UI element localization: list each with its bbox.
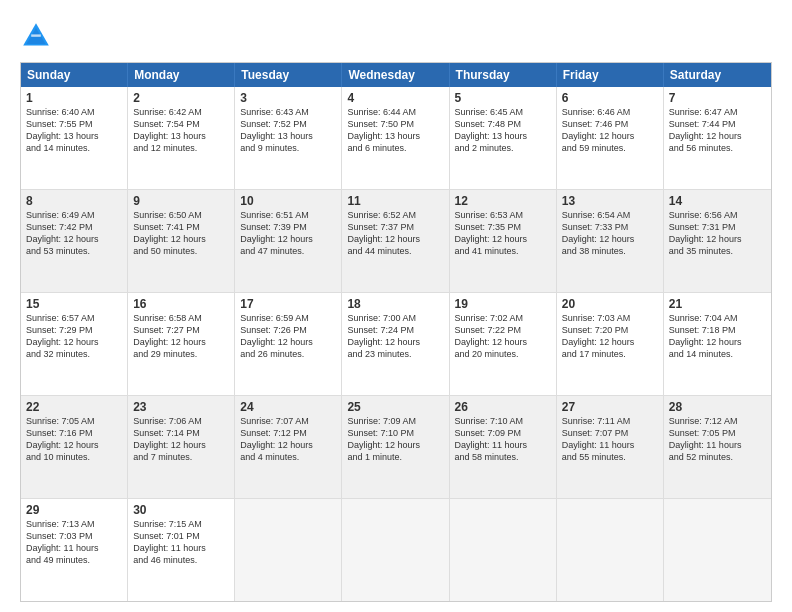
cell-details: Sunrise: 6:44 AMSunset: 7:50 PMDaylight:…: [347, 106, 443, 155]
calendar-cell: 9Sunrise: 6:50 AMSunset: 7:41 PMDaylight…: [128, 190, 235, 292]
calendar-header-cell: Wednesday: [342, 63, 449, 87]
calendar-week-row: 8Sunrise: 6:49 AMSunset: 7:42 PMDaylight…: [21, 190, 771, 293]
day-number: 14: [669, 194, 766, 208]
calendar-cell: 21Sunrise: 7:04 AMSunset: 7:18 PMDayligh…: [664, 293, 771, 395]
cell-details: Sunrise: 6:49 AMSunset: 7:42 PMDaylight:…: [26, 209, 122, 258]
calendar-cell: 11Sunrise: 6:52 AMSunset: 7:37 PMDayligh…: [342, 190, 449, 292]
cell-details: Sunrise: 6:45 AMSunset: 7:48 PMDaylight:…: [455, 106, 551, 155]
day-number: 1: [26, 91, 122, 105]
svg-rect-2: [31, 34, 41, 36]
calendar-cell: 19Sunrise: 7:02 AMSunset: 7:22 PMDayligh…: [450, 293, 557, 395]
cell-details: Sunrise: 7:12 AMSunset: 7:05 PMDaylight:…: [669, 415, 766, 464]
calendar-header-cell: Tuesday: [235, 63, 342, 87]
cell-details: Sunrise: 7:10 AMSunset: 7:09 PMDaylight:…: [455, 415, 551, 464]
day-number: 9: [133, 194, 229, 208]
calendar-cell: 25Sunrise: 7:09 AMSunset: 7:10 PMDayligh…: [342, 396, 449, 498]
calendar-cell: 27Sunrise: 7:11 AMSunset: 7:07 PMDayligh…: [557, 396, 664, 498]
calendar-cell: 26Sunrise: 7:10 AMSunset: 7:09 PMDayligh…: [450, 396, 557, 498]
cell-details: Sunrise: 6:43 AMSunset: 7:52 PMDaylight:…: [240, 106, 336, 155]
day-number: 6: [562, 91, 658, 105]
calendar-week-row: 15Sunrise: 6:57 AMSunset: 7:29 PMDayligh…: [21, 293, 771, 396]
calendar-cell: 3Sunrise: 6:43 AMSunset: 7:52 PMDaylight…: [235, 87, 342, 189]
calendar-cell: 30Sunrise: 7:15 AMSunset: 7:01 PMDayligh…: [128, 499, 235, 601]
calendar-week-row: 1Sunrise: 6:40 AMSunset: 7:55 PMDaylight…: [21, 87, 771, 190]
calendar-cell: 4Sunrise: 6:44 AMSunset: 7:50 PMDaylight…: [342, 87, 449, 189]
cell-details: Sunrise: 6:47 AMSunset: 7:44 PMDaylight:…: [669, 106, 766, 155]
day-number: 7: [669, 91, 766, 105]
calendar-cell: 22Sunrise: 7:05 AMSunset: 7:16 PMDayligh…: [21, 396, 128, 498]
day-number: 22: [26, 400, 122, 414]
cell-details: Sunrise: 7:13 AMSunset: 7:03 PMDaylight:…: [26, 518, 122, 567]
calendar-cell: 15Sunrise: 6:57 AMSunset: 7:29 PMDayligh…: [21, 293, 128, 395]
day-number: 3: [240, 91, 336, 105]
calendar: SundayMondayTuesdayWednesdayThursdayFrid…: [20, 62, 772, 602]
cell-details: Sunrise: 7:04 AMSunset: 7:18 PMDaylight:…: [669, 312, 766, 361]
day-number: 25: [347, 400, 443, 414]
day-number: 30: [133, 503, 229, 517]
day-number: 8: [26, 194, 122, 208]
calendar-header-cell: Monday: [128, 63, 235, 87]
day-number: 18: [347, 297, 443, 311]
day-number: 11: [347, 194, 443, 208]
calendar-cell: 16Sunrise: 6:58 AMSunset: 7:27 PMDayligh…: [128, 293, 235, 395]
calendar-cell: 12Sunrise: 6:53 AMSunset: 7:35 PMDayligh…: [450, 190, 557, 292]
day-number: 28: [669, 400, 766, 414]
cell-details: Sunrise: 6:46 AMSunset: 7:46 PMDaylight:…: [562, 106, 658, 155]
calendar-header-cell: Sunday: [21, 63, 128, 87]
calendar-cell: 23Sunrise: 7:06 AMSunset: 7:14 PMDayligh…: [128, 396, 235, 498]
cell-details: Sunrise: 6:58 AMSunset: 7:27 PMDaylight:…: [133, 312, 229, 361]
day-number: 17: [240, 297, 336, 311]
calendar-cell: [450, 499, 557, 601]
day-number: 12: [455, 194, 551, 208]
calendar-week-row: 29Sunrise: 7:13 AMSunset: 7:03 PMDayligh…: [21, 499, 771, 601]
day-number: 21: [669, 297, 766, 311]
day-number: 15: [26, 297, 122, 311]
calendar-header-cell: Thursday: [450, 63, 557, 87]
cell-details: Sunrise: 6:51 AMSunset: 7:39 PMDaylight:…: [240, 209, 336, 258]
cell-details: Sunrise: 7:11 AMSunset: 7:07 PMDaylight:…: [562, 415, 658, 464]
calendar-body: 1Sunrise: 6:40 AMSunset: 7:55 PMDaylight…: [21, 87, 771, 601]
cell-details: Sunrise: 6:56 AMSunset: 7:31 PMDaylight:…: [669, 209, 766, 258]
cell-details: Sunrise: 6:52 AMSunset: 7:37 PMDaylight:…: [347, 209, 443, 258]
calendar-cell: 13Sunrise: 6:54 AMSunset: 7:33 PMDayligh…: [557, 190, 664, 292]
calendar-cell: 1Sunrise: 6:40 AMSunset: 7:55 PMDaylight…: [21, 87, 128, 189]
page: SundayMondayTuesdayWednesdayThursdayFrid…: [0, 0, 792, 612]
cell-details: Sunrise: 7:00 AMSunset: 7:24 PMDaylight:…: [347, 312, 443, 361]
day-number: 19: [455, 297, 551, 311]
cell-details: Sunrise: 6:40 AMSunset: 7:55 PMDaylight:…: [26, 106, 122, 155]
calendar-header: SundayMondayTuesdayWednesdayThursdayFrid…: [21, 63, 771, 87]
day-number: 26: [455, 400, 551, 414]
calendar-cell: 14Sunrise: 6:56 AMSunset: 7:31 PMDayligh…: [664, 190, 771, 292]
day-number: 29: [26, 503, 122, 517]
day-number: 16: [133, 297, 229, 311]
calendar-cell: 28Sunrise: 7:12 AMSunset: 7:05 PMDayligh…: [664, 396, 771, 498]
cell-details: Sunrise: 6:42 AMSunset: 7:54 PMDaylight:…: [133, 106, 229, 155]
day-number: 24: [240, 400, 336, 414]
cell-details: Sunrise: 7:07 AMSunset: 7:12 PMDaylight:…: [240, 415, 336, 464]
day-number: 23: [133, 400, 229, 414]
day-number: 5: [455, 91, 551, 105]
calendar-cell: 20Sunrise: 7:03 AMSunset: 7:20 PMDayligh…: [557, 293, 664, 395]
calendar-cell: 5Sunrise: 6:45 AMSunset: 7:48 PMDaylight…: [450, 87, 557, 189]
header: [20, 16, 772, 52]
calendar-cell: [342, 499, 449, 601]
cell-details: Sunrise: 6:54 AMSunset: 7:33 PMDaylight:…: [562, 209, 658, 258]
calendar-cell: 24Sunrise: 7:07 AMSunset: 7:12 PMDayligh…: [235, 396, 342, 498]
cell-details: Sunrise: 7:06 AMSunset: 7:14 PMDaylight:…: [133, 415, 229, 464]
calendar-cell: 2Sunrise: 6:42 AMSunset: 7:54 PMDaylight…: [128, 87, 235, 189]
calendar-cell: 10Sunrise: 6:51 AMSunset: 7:39 PMDayligh…: [235, 190, 342, 292]
cell-details: Sunrise: 6:53 AMSunset: 7:35 PMDaylight:…: [455, 209, 551, 258]
calendar-cell: [235, 499, 342, 601]
calendar-cell: [557, 499, 664, 601]
calendar-cell: 29Sunrise: 7:13 AMSunset: 7:03 PMDayligh…: [21, 499, 128, 601]
day-number: 13: [562, 194, 658, 208]
logo: [20, 20, 56, 52]
day-number: 2: [133, 91, 229, 105]
cell-details: Sunrise: 7:09 AMSunset: 7:10 PMDaylight:…: [347, 415, 443, 464]
cell-details: Sunrise: 7:15 AMSunset: 7:01 PMDaylight:…: [133, 518, 229, 567]
day-number: 10: [240, 194, 336, 208]
cell-details: Sunrise: 7:05 AMSunset: 7:16 PMDaylight:…: [26, 415, 122, 464]
day-number: 4: [347, 91, 443, 105]
calendar-header-cell: Saturday: [664, 63, 771, 87]
calendar-cell: 8Sunrise: 6:49 AMSunset: 7:42 PMDaylight…: [21, 190, 128, 292]
